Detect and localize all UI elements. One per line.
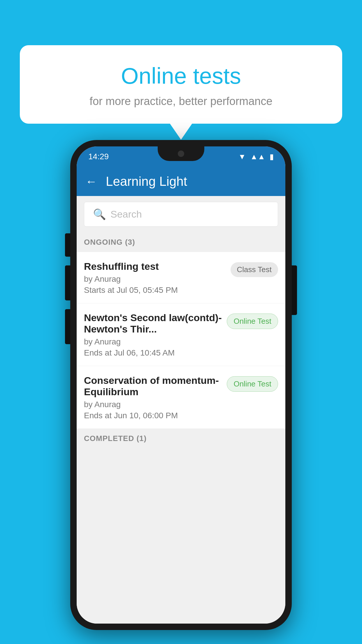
- signal-icon: ▲▲: [250, 152, 265, 161]
- status-bar: 14:29 ▼ ▲▲ ▮: [77, 146, 285, 167]
- phone-notch: [158, 146, 204, 161]
- test-badge-online: Online Test: [227, 314, 278, 329]
- test-item-by: by Anurag: [84, 400, 222, 409]
- phone-camera: [178, 150, 184, 157]
- test-item[interactable]: Reshuffling test by Anurag Starts at Jul…: [77, 252, 285, 303]
- promo-title: Online tests: [34, 63, 328, 89]
- search-box[interactable]: 🔍 Search: [84, 202, 278, 227]
- status-time: 14:29: [88, 152, 109, 161]
- test-item-content: Newton's Second law(contd)-Newton's Thir…: [84, 312, 222, 358]
- test-list: Reshuffling test by Anurag Starts at Jul…: [77, 252, 285, 429]
- test-item[interactable]: Conservation of momentum-Equilibrium by …: [77, 366, 285, 429]
- search-icon: 🔍: [93, 208, 106, 220]
- test-badge-online: Online Test: [227, 376, 278, 392]
- test-item-time: Ends at Jun 10, 06:00 PM: [84, 411, 222, 420]
- app-bar-title: Learning Light: [106, 174, 187, 189]
- battery-icon: ▮: [270, 152, 274, 161]
- app-bar: ← Learning Light: [77, 167, 285, 196]
- back-button[interactable]: ←: [85, 175, 97, 188]
- test-item-content: Reshuffling test by Anurag Starts at Jul…: [84, 261, 226, 295]
- test-item-content: Conservation of momentum-Equilibrium by …: [84, 375, 222, 420]
- test-item[interactable]: Newton's Second law(contd)-Newton's Thir…: [77, 303, 285, 366]
- phone-button-vol-down: [65, 309, 70, 344]
- test-item-title: Reshuffling test: [84, 261, 226, 272]
- content-area: 🔍 Search ONGOING (3) Reshuffling test by…: [77, 196, 285, 624]
- completed-section-header: COMPLETED (1): [77, 429, 285, 448]
- test-item-by: by Anurag: [84, 274, 226, 284]
- ongoing-label: ONGOING (3): [84, 238, 135, 246]
- wifi-icon: ▼: [238, 152, 246, 161]
- promo-speech-bubble: Online tests for more practice, better p…: [20, 45, 342, 124]
- promo-subtitle: for more practice, better performance: [34, 95, 328, 108]
- status-icons: ▼ ▲▲ ▮: [238, 152, 274, 161]
- phone-mockup: 14:29 ▼ ▲▲ ▮ ← Learning Light MENTS ANNO…: [70, 140, 292, 630]
- search-input[interactable]: Search: [110, 209, 142, 220]
- test-item-time: Ends at Jul 06, 10:45 AM: [84, 348, 222, 358]
- ongoing-section-header: ONGOING (3): [77, 232, 285, 252]
- test-item-time: Starts at Jul 05, 05:45 PM: [84, 286, 226, 295]
- phone-button-vol-up: [65, 265, 70, 300]
- phone-button-power: [292, 265, 297, 315]
- test-item-title: Newton's Second law(contd)-Newton's Thir…: [84, 312, 222, 335]
- test-item-by: by Anurag: [84, 337, 222, 346]
- test-badge-class: Class Test: [231, 262, 278, 277]
- phone-screen: 14:29 ▼ ▲▲ ▮ ← Learning Light MENTS ANNO…: [77, 146, 285, 624]
- test-item-title: Conservation of momentum-Equilibrium: [84, 375, 222, 398]
- completed-label: COMPLETED (1): [84, 434, 147, 443]
- phone-button-mute: [65, 233, 70, 257]
- search-container: 🔍 Search: [77, 196, 285, 232]
